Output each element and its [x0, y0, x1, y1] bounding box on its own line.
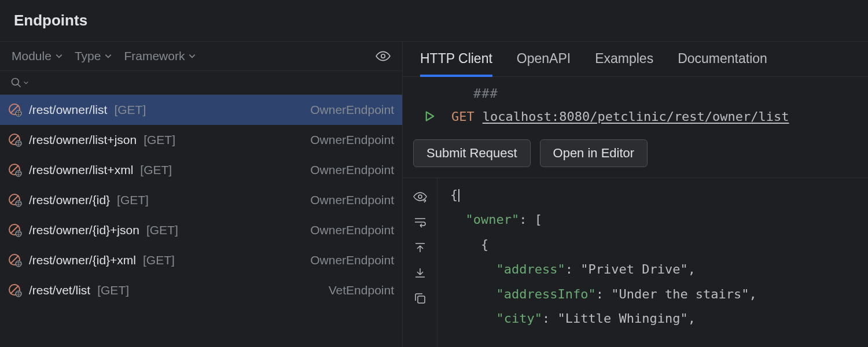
chevron-down-icon — [104, 52, 112, 60]
endpoint-method: [GET] — [114, 103, 146, 117]
endpoint-handler: OwnerEndpoint — [310, 163, 394, 177]
search-bar[interactable] — [0, 71, 402, 95]
endpoint-row[interactable]: /rest/owner/{id}+xml [GET] OwnerEndpoint — [0, 245, 402, 275]
tab-documentation[interactable]: Documentation — [678, 51, 767, 76]
request-separator: ### — [444, 86, 498, 101]
scroll-to-bottom-button[interactable] — [413, 266, 427, 280]
tab-http-client[interactable]: HTTP Client — [420, 51, 492, 77]
filter-type[interactable]: Type — [75, 49, 113, 63]
filter-framework-label: Framework — [124, 49, 185, 63]
endpoint-icon — [8, 253, 22, 267]
endpoint-handler: OwnerEndpoint — [310, 193, 394, 207]
endpoint-icon — [8, 103, 22, 117]
run-request-button[interactable] — [424, 110, 436, 122]
endpoint-row[interactable]: /rest/vet/list [GET] VetEndpoint — [0, 275, 402, 305]
http-method: GET — [444, 109, 475, 124]
endpoint-handler: OwnerEndpoint — [310, 253, 394, 267]
filter-framework[interactable]: Framework — [124, 49, 196, 63]
endpoint-icon — [8, 283, 22, 297]
endpoint-method: [GET] — [143, 253, 175, 267]
play-icon — [424, 110, 436, 122]
endpoints-list: /rest/owner/list [GET] OwnerEndpoint /re… — [0, 95, 402, 347]
endpoint-row[interactable]: /rest/owner/list+xml [GET] OwnerEndpoint — [0, 155, 402, 185]
scroll-bottom-icon — [413, 266, 427, 280]
endpoint-row[interactable]: /rest/owner/{id} [GET] OwnerEndpoint — [0, 185, 402, 215]
endpoint-method: [GET] — [144, 133, 175, 147]
endpoint-path: /rest/owner/list — [29, 103, 107, 117]
endpoint-icon — [8, 193, 22, 207]
eye-icon — [413, 190, 427, 204]
response-gutter — [403, 178, 437, 347]
chevron-down-icon — [55, 52, 63, 60]
endpoint-path: /rest/owner/{id}+json — [29, 223, 139, 237]
endpoint-method: [GET] — [140, 163, 172, 177]
endpoint-path: /rest/owner/list+xml — [29, 163, 133, 177]
filter-type-label: Type — [75, 49, 101, 63]
search-icon — [10, 77, 22, 88]
endpoint-row[interactable]: /rest/owner/list+json [GET] OwnerEndpoin… — [0, 125, 402, 155]
endpoint-icon — [8, 163, 22, 177]
endpoint-handler: OwnerEndpoint — [310, 223, 394, 237]
request-line[interactable]: GET localhost:8080/petclinic/rest/owner/… — [403, 105, 868, 128]
svg-line-2 — [18, 84, 21, 87]
endpoint-handler: OwnerEndpoint — [310, 103, 394, 117]
open-in-editor-button[interactable]: Open in Editor — [540, 139, 648, 167]
tab-openapi[interactable]: OpenAPI — [517, 51, 571, 76]
scroll-top-icon — [413, 241, 427, 254]
chevron-down-icon — [23, 80, 29, 86]
titlebar: Endpoints — [0, 0, 868, 42]
detail-tabs: HTTP ClientOpenAPIExamplesDocumentation — [403, 42, 868, 77]
endpoint-method: [GET] — [97, 283, 129, 297]
svg-point-1 — [12, 79, 19, 86]
view-mode-button[interactable] — [413, 190, 427, 204]
action-buttons: Submit Request Open in Editor — [403, 128, 868, 178]
request-separator-line: ### — [403, 82, 868, 105]
endpoint-handler: VetEndpoint — [329, 283, 394, 297]
svg-point-38 — [418, 195, 422, 198]
endpoint-row[interactable]: /rest/owner/list [GET] OwnerEndpoint — [0, 95, 402, 125]
eye-icon — [376, 49, 391, 64]
response-body[interactable]: { "owner": [ { "address": "Privet Drive"… — [437, 178, 868, 347]
endpoints-panel: Module Type Framework /rest/owner/l — [0, 42, 403, 347]
http-url: localhost:8080/petclinic/rest/owner/list — [483, 109, 789, 124]
filter-module-label: Module — [12, 49, 52, 63]
submit-request-button[interactable]: Submit Request — [413, 139, 531, 167]
chevron-down-icon — [188, 52, 196, 60]
main-split: Module Type Framework /rest/owner/l — [0, 42, 868, 347]
endpoint-path: /rest/owner/{id}+xml — [29, 253, 136, 267]
filter-module[interactable]: Module — [12, 49, 63, 63]
endpoint-path: /rest/owner/{id} — [29, 193, 110, 207]
request-editor: ### GET localhost:8080/petclinic/rest/ow… — [403, 77, 868, 128]
tab-examples[interactable]: Examples — [595, 51, 653, 76]
endpoint-icon — [8, 223, 22, 237]
wrap-icon — [413, 215, 427, 229]
copy-icon — [413, 291, 427, 305]
endpoint-handler: OwnerEndpoint — [310, 133, 394, 147]
scroll-to-top-button[interactable] — [413, 241, 427, 254]
filter-bar: Module Type Framework — [0, 42, 402, 71]
view-options-button[interactable] — [376, 49, 391, 64]
soft-wrap-button[interactable] — [413, 215, 427, 229]
endpoint-path: /rest/owner/list+json — [29, 133, 137, 147]
endpoint-icon — [8, 133, 22, 147]
panel-title: Endpoints — [14, 12, 854, 29]
endpoint-row[interactable]: /rest/owner/{id}+json [GET] OwnerEndpoin… — [0, 215, 402, 245]
endpoint-path: /rest/vet/list — [29, 283, 90, 297]
copy-button[interactable] — [413, 291, 427, 305]
svg-point-0 — [381, 54, 385, 58]
svg-rect-39 — [418, 296, 425, 303]
endpoint-method: [GET] — [146, 223, 178, 237]
response-area: { "owner": [ { "address": "Privet Drive"… — [403, 178, 868, 347]
detail-panel: HTTP ClientOpenAPIExamplesDocumentation … — [403, 42, 868, 347]
endpoint-method: [GET] — [117, 193, 149, 207]
